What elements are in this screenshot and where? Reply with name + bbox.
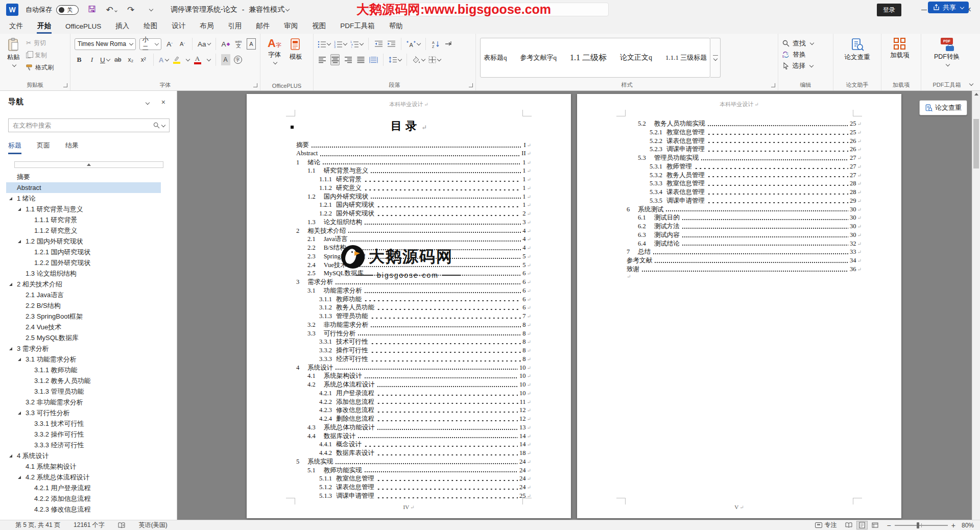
select-button[interactable]: 选择: [782, 60, 829, 71]
toc-entry[interactable]: 2.1Java语言4↵: [296, 235, 531, 244]
redo-icon[interactable]: ↷: [125, 5, 137, 15]
nav-item[interactable]: 2 相关技术介绍: [6, 279, 161, 290]
paragraph-dialog-launcher-icon[interactable]: [469, 83, 473, 87]
zoom-level[interactable]: 80%: [962, 522, 974, 529]
copy-button[interactable]: 复制: [26, 50, 54, 60]
toc-entry[interactable]: 3.1.1教师功能6↵: [296, 295, 531, 304]
web-layout-button[interactable]: [870, 521, 881, 529]
paste-button[interactable]: 粘贴: [4, 37, 23, 73]
toc-entry[interactable]: 4.4.1概念设计14↵: [296, 440, 531, 449]
expand-arrow-icon[interactable]: [18, 412, 21, 415]
nav-item[interactable]: 4.2.2 添加信息流程: [6, 493, 161, 504]
nav-collapse-all-button[interactable]: [14, 161, 163, 168]
align-center-button[interactable]: [330, 54, 340, 65]
toc-entry[interactable]: 5.2教务人员功能实现25↵: [627, 119, 862, 128]
borders-button[interactable]: [428, 54, 441, 65]
autosave-switch-icon[interactable]: 关: [56, 5, 79, 15]
menu-tab-绘图[interactable]: 绘图: [136, 19, 164, 34]
expand-arrow-icon[interactable]: [9, 454, 12, 457]
paper-check-float-button[interactable]: 论文查重: [919, 100, 967, 115]
nav-search-dropdown-icon[interactable]: [161, 123, 165, 127]
toc-entry[interactable]: 5.3.2教务人员管理27↵: [627, 171, 862, 180]
toc-entry[interactable]: 3.1功能需求分析6↵: [296, 286, 531, 295]
nav-item[interactable]: 3.3.3 经济可行性: [6, 440, 161, 450]
nav-item[interactable]: 摘要: [6, 172, 161, 182]
nav-item[interactable]: 4.1 系统架构设计: [6, 461, 161, 472]
toc-entry[interactable]: 4系统设计10↵: [296, 364, 531, 372]
scrollbar-thumb[interactable]: [973, 119, 979, 168]
sort-button[interactable]: AZ: [431, 38, 440, 50]
nav-item[interactable]: 1.1 研究背景与意义: [6, 204, 161, 214]
replace-button[interactable]: bc 替换: [782, 49, 829, 60]
document-page-1[interactable]: 本科毕业设计↵ 目录↵ 摘要I↵AbstractII↵1绪论1↵1.1研究背景与…: [247, 94, 571, 518]
expand-arrow-icon[interactable]: [18, 476, 21, 479]
toc-entry[interactable]: 5.2.1教室信息管理25↵: [627, 128, 862, 137]
save-icon[interactable]: 🖫: [86, 5, 98, 15]
nav-item[interactable]: 3.3.2 操作可行性: [6, 429, 161, 440]
addins-button[interactable]: 加载项: [886, 37, 914, 60]
zoom-in-icon[interactable]: +: [951, 521, 955, 529]
toc-entry[interactable]: 5.1.1教室信息管理24↵: [296, 474, 531, 483]
style-item[interactable]: 参考文献字q: [520, 53, 557, 62]
menu-tab-设计[interactable]: 设计: [164, 19, 193, 34]
pdf-convert-button[interactable]: PDF PDF转换: [925, 37, 968, 68]
character-border-button[interactable]: A: [247, 38, 256, 50]
toc-entry[interactable]: 2相关技术介绍4↵: [296, 227, 531, 235]
toc-entry[interactable]: 4.4数据库设计14↵: [296, 432, 531, 441]
toc-entry[interactable]: 3.3.1技术可行性8↵: [296, 338, 531, 346]
toc-entry[interactable]: 1.1.2研究意义1↵: [296, 184, 531, 192]
expand-arrow-icon[interactable]: [18, 208, 21, 211]
nav-item[interactable]: 2.1 Java语言: [6, 290, 161, 300]
change-case-button[interactable]: Aa: [198, 38, 210, 50]
subscript-button[interactable]: x₂: [126, 54, 135, 65]
toc-entry[interactable]: 5.1.2课表信息管理24↵: [296, 483, 531, 492]
toc-entry[interactable]: 5系统实现24↵: [296, 457, 531, 466]
numbered-list-button[interactable]: 123: [334, 38, 347, 50]
underline-button[interactable]: U: [100, 54, 110, 65]
clipboard-dialog-launcher-icon[interactable]: [63, 83, 67, 87]
bold-button[interactable]: B: [75, 54, 84, 65]
nav-item[interactable]: 3.1.1 教师功能: [6, 365, 161, 375]
styles-dialog-launcher-icon[interactable]: [771, 83, 775, 87]
find-button[interactable]: 查找: [782, 38, 829, 49]
show-marks-button[interactable]: [444, 38, 453, 50]
toc-entry[interactable]: 1.1.1研究背景1↵: [296, 175, 531, 184]
menu-tab-OfficePLUS[interactable]: OfficePLUS: [58, 19, 108, 34]
nav-item[interactable]: 1.3 论文组织结构: [6, 268, 161, 279]
format-painter-button[interactable]: 格式刷: [26, 62, 54, 73]
nav-item[interactable]: 3.1.3 管理员功能: [6, 386, 161, 397]
font-size-select[interactable]: 小二: [139, 38, 161, 50]
nav-item[interactable]: 4.2.3 修改信息流程: [6, 504, 161, 515]
nav-pane-close-icon[interactable]: ×: [161, 98, 165, 106]
toc-entry[interactable]: 6系统测试30↵: [627, 205, 862, 214]
toc-entry[interactable]: 6.4测试结论32↵: [627, 239, 862, 248]
distribute-button[interactable]: [369, 54, 378, 65]
toc-entry[interactable]: 5.1.3调课申请管理25↵: [296, 492, 531, 500]
font-dialog-launcher-icon[interactable]: [253, 83, 257, 87]
shading-button[interactable]: [412, 54, 425, 65]
nav-item[interactable]: 4.2 系统总体流程设计: [6, 472, 161, 483]
menu-tab-文件[interactable]: 文件: [2, 19, 30, 34]
nav-search-icon[interactable]: [153, 122, 160, 129]
toc-entry[interactable]: 4.2.3修改信息流程12↵: [296, 406, 531, 415]
align-left-button[interactable]: [318, 54, 327, 65]
focus-mode-button[interactable]: 专注: [815, 521, 837, 529]
expand-arrow-icon[interactable]: [18, 358, 21, 361]
font-color-button[interactable]: A: [193, 54, 202, 65]
zoom-track[interactable]: [895, 525, 948, 526]
word-count[interactable]: 12161 个字: [74, 521, 105, 529]
toc-entry[interactable]: 5.3.5调课申请管理29↵: [627, 197, 862, 205]
nav-tab-结果[interactable]: 结果: [65, 141, 79, 154]
toc-entry[interactable]: 4.2系统总体流程设计10↵: [296, 380, 531, 389]
nav-tab-标题[interactable]: 标题: [8, 141, 21, 154]
nav-pane-options-icon[interactable]: [145, 98, 149, 107]
style-item[interactable]: 论文正文q: [620, 53, 652, 62]
superscript-button[interactable]: x²: [139, 54, 148, 65]
nav-item[interactable]: 3.2 非功能需求分析: [6, 397, 161, 407]
menu-tab-开始[interactable]: 开始: [30, 19, 58, 34]
toc-entry[interactable]: 1.1研究背景与意义1↵: [296, 166, 531, 175]
nav-item[interactable]: 1.2.1 国内研究现状: [6, 247, 161, 257]
style-item[interactable]: 1.1 二级标: [570, 53, 607, 63]
nav-item[interactable]: 3.1 功能需求分析: [6, 354, 161, 365]
officeplus-template-button[interactable]: 模板: [286, 37, 305, 66]
